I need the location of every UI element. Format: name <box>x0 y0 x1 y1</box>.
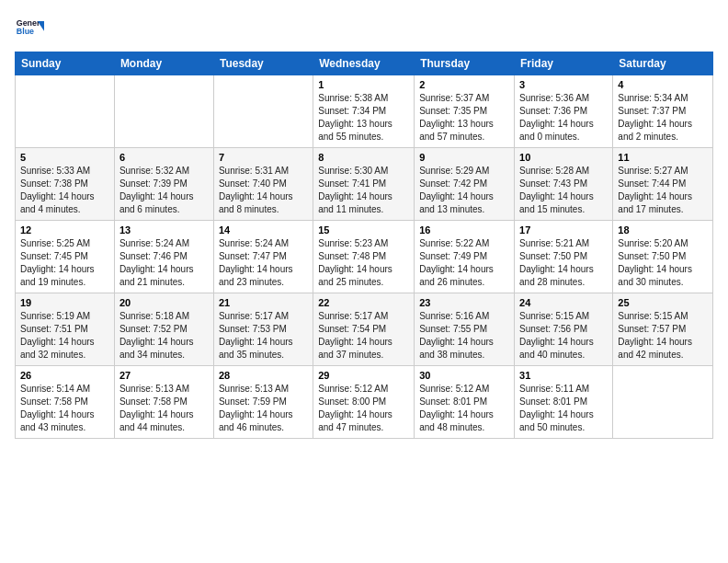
day-info: Sunrise: 5:11 AM Sunset: 8:01 PM Dayligh… <box>519 383 608 434</box>
day-info: Sunrise: 5:36 AM Sunset: 7:36 PM Dayligh… <box>519 92 608 144</box>
day-info: Sunrise: 5:18 AM Sunset: 7:52 PM Dayligh… <box>119 310 209 362</box>
day-number: 2 <box>419 79 509 90</box>
day-info: Sunrise: 5:33 AM Sunset: 7:38 PM Dayligh… <box>20 165 109 216</box>
calendar-cell: 29Sunrise: 5:12 AM Sunset: 8:00 PM Dayli… <box>313 366 415 439</box>
day-info: Sunrise: 5:19 AM Sunset: 7:51 PM Dayligh… <box>20 310 109 362</box>
calendar-week-1: 1Sunrise: 5:38 AM Sunset: 7:34 PM Daylig… <box>16 75 713 148</box>
day-info: Sunrise: 5:23 AM Sunset: 7:48 PM Dayligh… <box>318 237 409 289</box>
calendar-cell: 28Sunrise: 5:13 AM Sunset: 7:59 PM Dayli… <box>213 366 313 439</box>
day-number: 30 <box>419 370 509 381</box>
day-number: 28 <box>219 370 308 381</box>
day-info: Sunrise: 5:20 AM Sunset: 7:50 PM Dayligh… <box>618 237 708 289</box>
logo: General Blue <box>15 15 44 44</box>
day-number: 29 <box>318 370 409 381</box>
day-number: 14 <box>219 224 308 236</box>
day-number: 26 <box>20 370 109 381</box>
day-info: Sunrise: 5:17 AM Sunset: 7:53 PM Dayligh… <box>219 310 308 362</box>
day-number: 8 <box>318 152 409 163</box>
calendar-table: SundayMondayTuesdayWednesdayThursdayFrid… <box>15 52 713 439</box>
day-number: 24 <box>519 297 608 308</box>
calendar-cell: 3Sunrise: 5:36 AM Sunset: 7:36 PM Daylig… <box>515 75 613 148</box>
day-info: Sunrise: 5:12 AM Sunset: 8:00 PM Dayligh… <box>318 383 409 434</box>
day-info: Sunrise: 5:27 AM Sunset: 7:44 PM Dayligh… <box>618 165 708 216</box>
day-header-sunday: Sunday <box>16 52 115 75</box>
day-info: Sunrise: 5:29 AM Sunset: 7:42 PM Dayligh… <box>419 165 509 216</box>
day-info: Sunrise: 5:31 AM Sunset: 7:40 PM Dayligh… <box>219 165 308 216</box>
day-number: 23 <box>419 297 509 308</box>
day-header-monday: Monday <box>114 52 213 75</box>
day-number: 18 <box>618 224 708 236</box>
calendar-cell: 20Sunrise: 5:18 AM Sunset: 7:52 PM Dayli… <box>114 293 213 366</box>
calendar-cell: 11Sunrise: 5:27 AM Sunset: 7:44 PM Dayli… <box>613 148 713 221</box>
calendar-cell: 2Sunrise: 5:37 AM Sunset: 7:35 PM Daylig… <box>415 75 515 148</box>
day-info: Sunrise: 5:13 AM Sunset: 7:58 PM Dayligh… <box>119 383 209 434</box>
calendar-cell: 31Sunrise: 5:11 AM Sunset: 8:01 PM Dayli… <box>515 366 613 439</box>
day-info: Sunrise: 5:30 AM Sunset: 7:41 PM Dayligh… <box>318 165 409 216</box>
day-info: Sunrise: 5:12 AM Sunset: 8:01 PM Dayligh… <box>419 383 509 434</box>
calendar-cell: 17Sunrise: 5:21 AM Sunset: 7:50 PM Dayli… <box>515 221 613 293</box>
page-header: General Blue <box>15 15 713 44</box>
calendar-week-2: 5Sunrise: 5:33 AM Sunset: 7:38 PM Daylig… <box>16 148 713 221</box>
svg-text:Blue: Blue <box>17 27 34 36</box>
calendar-week-3: 12Sunrise: 5:25 AM Sunset: 7:45 PM Dayli… <box>16 221 713 293</box>
day-info: Sunrise: 5:15 AM Sunset: 7:57 PM Dayligh… <box>618 310 708 362</box>
day-info: Sunrise: 5:25 AM Sunset: 7:45 PM Dayligh… <box>20 237 109 289</box>
day-info: Sunrise: 5:24 AM Sunset: 7:47 PM Dayligh… <box>219 237 308 289</box>
calendar-cell: 18Sunrise: 5:20 AM Sunset: 7:50 PM Dayli… <box>613 221 713 293</box>
day-number: 11 <box>618 152 708 163</box>
day-info: Sunrise: 5:16 AM Sunset: 7:55 PM Dayligh… <box>419 310 509 362</box>
day-info: Sunrise: 5:17 AM Sunset: 7:54 PM Dayligh… <box>318 310 409 362</box>
day-number: 20 <box>119 297 209 308</box>
day-info: Sunrise: 5:28 AM Sunset: 7:43 PM Dayligh… <box>519 165 608 216</box>
calendar-cell: 25Sunrise: 5:15 AM Sunset: 7:57 PM Dayli… <box>613 293 713 366</box>
calendar-cell <box>114 75 213 148</box>
calendar-cell: 9Sunrise: 5:29 AM Sunset: 7:42 PM Daylig… <box>415 148 515 221</box>
day-number: 16 <box>419 224 509 236</box>
day-number: 13 <box>119 224 209 236</box>
day-number: 31 <box>519 370 608 381</box>
calendar-cell: 7Sunrise: 5:31 AM Sunset: 7:40 PM Daylig… <box>213 148 313 221</box>
day-info: Sunrise: 5:37 AM Sunset: 7:35 PM Dayligh… <box>419 92 509 144</box>
day-info: Sunrise: 5:34 AM Sunset: 7:37 PM Dayligh… <box>618 92 708 144</box>
day-info: Sunrise: 5:14 AM Sunset: 7:58 PM Dayligh… <box>20 383 109 434</box>
calendar-cell: 10Sunrise: 5:28 AM Sunset: 7:43 PM Dayli… <box>515 148 613 221</box>
calendar-cell: 21Sunrise: 5:17 AM Sunset: 7:53 PM Dayli… <box>213 293 313 366</box>
calendar-cell: 23Sunrise: 5:16 AM Sunset: 7:55 PM Dayli… <box>415 293 515 366</box>
day-number: 22 <box>318 297 409 308</box>
calendar-cell: 24Sunrise: 5:15 AM Sunset: 7:56 PM Dayli… <box>515 293 613 366</box>
day-info: Sunrise: 5:21 AM Sunset: 7:50 PM Dayligh… <box>519 237 608 289</box>
calendar-cell <box>213 75 313 148</box>
calendar-cell: 19Sunrise: 5:19 AM Sunset: 7:51 PM Dayli… <box>16 293 115 366</box>
calendar-cell: 15Sunrise: 5:23 AM Sunset: 7:48 PM Dayli… <box>313 221 415 293</box>
calendar-cell: 8Sunrise: 5:30 AM Sunset: 7:41 PM Daylig… <box>313 148 415 221</box>
calendar-cell: 26Sunrise: 5:14 AM Sunset: 7:58 PM Dayli… <box>16 366 115 439</box>
calendar-cell: 22Sunrise: 5:17 AM Sunset: 7:54 PM Dayli… <box>313 293 415 366</box>
calendar-cell: 30Sunrise: 5:12 AM Sunset: 8:01 PM Dayli… <box>415 366 515 439</box>
logo-icon: General Blue <box>15 15 44 44</box>
day-number: 10 <box>519 152 608 163</box>
calendar-cell: 14Sunrise: 5:24 AM Sunset: 7:47 PM Dayli… <box>213 221 313 293</box>
day-info: Sunrise: 5:32 AM Sunset: 7:39 PM Dayligh… <box>119 165 209 216</box>
day-info: Sunrise: 5:13 AM Sunset: 7:59 PM Dayligh… <box>219 383 308 434</box>
day-number: 4 <box>618 79 708 90</box>
day-header-wednesday: Wednesday <box>313 52 415 75</box>
day-number: 7 <box>219 152 308 163</box>
day-number: 6 <box>119 152 209 163</box>
calendar-cell: 6Sunrise: 5:32 AM Sunset: 7:39 PM Daylig… <box>114 148 213 221</box>
day-number: 27 <box>119 370 209 381</box>
day-header-saturday: Saturday <box>613 52 713 75</box>
calendar-cell <box>613 366 713 439</box>
day-number: 12 <box>20 224 109 236</box>
calendar-cell: 1Sunrise: 5:38 AM Sunset: 7:34 PM Daylig… <box>313 75 415 148</box>
day-number: 17 <box>519 224 608 236</box>
day-number: 25 <box>618 297 708 308</box>
day-header-friday: Friday <box>515 52 613 75</box>
day-info: Sunrise: 5:38 AM Sunset: 7:34 PM Dayligh… <box>318 92 409 144</box>
day-header-tuesday: Tuesday <box>213 52 313 75</box>
day-number: 21 <box>219 297 308 308</box>
calendar-week-5: 26Sunrise: 5:14 AM Sunset: 7:58 PM Dayli… <box>16 366 713 439</box>
day-header-thursday: Thursday <box>415 52 515 75</box>
day-number: 15 <box>318 224 409 236</box>
calendar-cell: 4Sunrise: 5:34 AM Sunset: 7:37 PM Daylig… <box>613 75 713 148</box>
day-number: 1 <box>318 79 409 90</box>
